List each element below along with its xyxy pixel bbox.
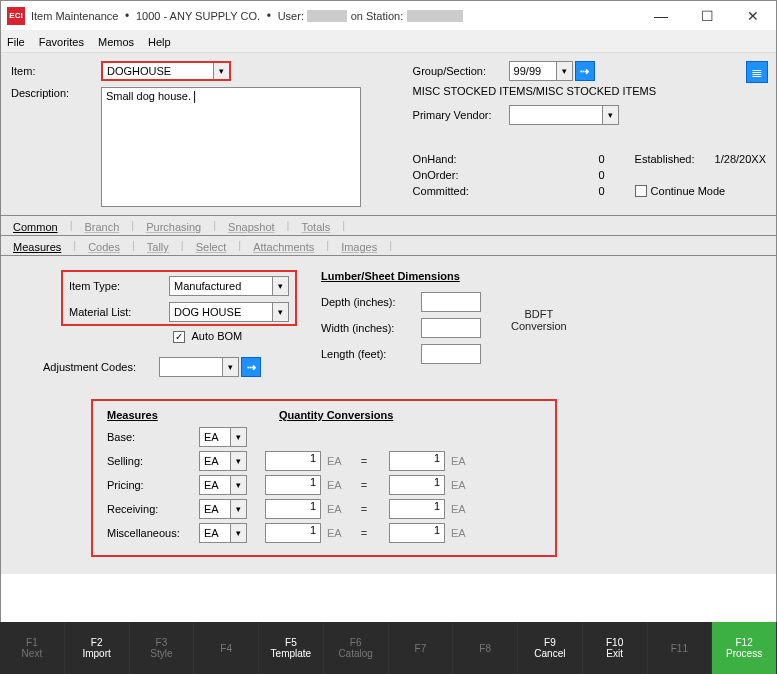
auto-bom-checkbox[interactable] <box>173 331 185 343</box>
tab-select[interactable]: Select <box>194 239 229 255</box>
base-select[interactable]: EA <box>199 427 247 447</box>
measures-box: Measures Quantity Conversions Base: EA S… <box>91 399 557 557</box>
adjustment-codes-select[interactable] <box>159 357 239 377</box>
pricing-select[interactable]: EA <box>199 475 247 495</box>
misc-qty1[interactable]: 1 <box>265 523 321 543</box>
adjustment-lookup-button[interactable]: ⇢ <box>241 357 261 377</box>
misc-qty2[interactable]: 1 <box>389 523 445 543</box>
menu-help[interactable]: Help <box>148 36 171 48</box>
minimize-button[interactable]: — <box>638 1 684 30</box>
depth-input[interactable] <box>421 292 481 312</box>
receiving-label: Receiving: <box>107 503 199 515</box>
pricing-qty2[interactable]: 1 <box>389 475 445 495</box>
tab-purchasing[interactable]: Purchasing <box>144 219 203 235</box>
fkey-f7[interactable]: F7 <box>389 622 454 674</box>
continue-mode-checkbox[interactable] <box>635 185 647 197</box>
length-input[interactable] <box>421 344 481 364</box>
unit-label: EA <box>451 503 475 515</box>
unit-label: EA <box>327 503 351 515</box>
menu-file[interactable]: File <box>7 36 25 48</box>
fkey-f9[interactable]: F9Cancel <box>518 622 583 674</box>
item-type-label: Item Type: <box>69 280 169 292</box>
chevron-down-icon <box>230 452 246 470</box>
menu-memos[interactable]: Memos <box>98 36 134 48</box>
equals-label: = <box>357 479 371 491</box>
titlebar: ECI Item Maintenance • 1000 - ANY SUPPLY… <box>1 1 776 31</box>
chevron-down-icon <box>602 106 618 124</box>
receiving-select[interactable]: EA <box>199 499 247 519</box>
tab-common[interactable]: Common <box>11 219 60 235</box>
chevron-down-icon <box>230 500 246 518</box>
fkey-f5[interactable]: F5Template <box>259 622 324 674</box>
unit-label: EA <box>451 527 475 539</box>
item-select[interactable]: DOGHOUSE <box>101 61 231 81</box>
chevron-down-icon <box>230 524 246 542</box>
item-type-select[interactable]: Manufactured <box>169 276 289 296</box>
onhand-value: 0 <box>509 153 605 165</box>
tab-tally[interactable]: Tally <box>145 239 171 255</box>
unit-label: EA <box>327 527 351 539</box>
equals-label: = <box>357 455 371 467</box>
tab-measures[interactable]: Measures <box>11 239 63 255</box>
maximize-button[interactable]: ☐ <box>684 1 730 30</box>
description-textarea[interactable]: Small dog house.| <box>101 87 361 207</box>
close-button[interactable]: ✕ <box>730 1 776 30</box>
established-value: 1/28/20XX <box>715 153 766 165</box>
chevron-down-icon <box>222 358 238 376</box>
onorder-label: OnOrder: <box>413 169 509 181</box>
fkey-f8[interactable]: F8 <box>453 622 518 674</box>
qty-conversions-header: Quantity Conversions <box>279 409 393 421</box>
committed-label: Committed: <box>413 185 509 197</box>
fkey-f4[interactable]: F4 <box>194 622 259 674</box>
fkey-f6[interactable]: F6Catalog <box>324 622 389 674</box>
fkey-f1[interactable]: F1Next <box>0 622 65 674</box>
base-label: Base: <box>107 431 199 443</box>
fkey-f2[interactable]: F2Import <box>65 622 130 674</box>
chevron-down-icon <box>230 428 246 446</box>
group-section-label: Group/Section: <box>413 65 509 77</box>
receiving-qty2[interactable]: 1 <box>389 499 445 519</box>
fkey-f11[interactable]: F11 <box>648 622 713 674</box>
app-logo-icon: ECI <box>7 7 25 25</box>
primary-tabs: Common| Branch| Purchasing| Snapshot| To… <box>1 215 776 236</box>
menu-bar: File Favorites Memos Help <box>1 31 776 53</box>
secondary-tabs: Measures| Codes| Tally| Select| Attachme… <box>1 236 776 256</box>
width-input[interactable] <box>421 318 481 338</box>
misc-select[interactable]: EA <box>199 523 247 543</box>
form-area: Item Type: Manufactured Material List: D… <box>1 256 776 574</box>
group-section-select[interactable]: 99/99 <box>509 61 573 81</box>
tab-images[interactable]: Images <box>339 239 379 255</box>
primary-vendor-select[interactable] <box>509 105 619 125</box>
selling-qty2[interactable]: 1 <box>389 451 445 471</box>
tab-codes[interactable]: Codes <box>86 239 122 255</box>
material-list-select[interactable]: DOG HOUSE <box>169 302 289 322</box>
continue-mode-label: Continue Mode <box>651 185 726 197</box>
onhand-label: OnHand: <box>413 153 509 165</box>
function-key-bar: F1NextF2ImportF3StyleF4F5TemplateF6Catal… <box>0 622 777 674</box>
chevron-down-icon <box>272 303 288 321</box>
fkey-f12[interactable]: F12Process <box>712 622 777 674</box>
established-label: Established: <box>635 153 715 165</box>
top-panel: ≣ Item: DOGHOUSE Description: Small dog … <box>1 53 776 215</box>
tab-snapshot[interactable]: Snapshot <box>226 219 276 235</box>
pricing-qty1[interactable]: 1 <box>265 475 321 495</box>
unit-label: EA <box>327 479 351 491</box>
width-label: Width (inches): <box>321 322 421 334</box>
selling-select[interactable]: EA <box>199 451 247 471</box>
tab-totals[interactable]: Totals <box>299 219 332 235</box>
group-lookup-button[interactable]: ⇢ <box>575 61 595 81</box>
auto-bom-label: Auto BOM <box>191 330 242 342</box>
panel-menu-icon[interactable]: ≣ <box>746 61 768 83</box>
chevron-down-icon <box>213 63 229 79</box>
fkey-f10[interactable]: F10Exit <box>583 622 648 674</box>
committed-value: 0 <box>509 185 605 197</box>
receiving-qty1[interactable]: 1 <box>265 499 321 519</box>
selling-qty1[interactable]: 1 <box>265 451 321 471</box>
menu-favorites[interactable]: Favorites <box>39 36 84 48</box>
tab-attachments[interactable]: Attachments <box>251 239 316 255</box>
bdft-conversion-label: BDFTConversion <box>511 308 567 332</box>
primary-vendor-label: Primary Vendor: <box>413 109 509 121</box>
item-label: Item: <box>11 65 101 77</box>
tab-branch[interactable]: Branch <box>82 219 121 235</box>
fkey-f3[interactable]: F3Style <box>130 622 195 674</box>
